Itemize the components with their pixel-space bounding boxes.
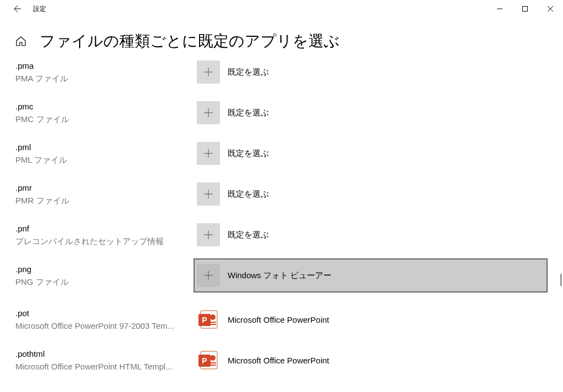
powerpoint-icon [197,308,220,331]
close-icon [548,6,553,12]
app-choice-button[interactable]: 既定を選ぶ [197,60,269,84]
file-info: .pngPNG ファイル [15,264,197,288]
file-info: .pmcPMC ファイル [15,101,197,125]
file-row: .pothtmlMicrosoft Office PowerPoint HTML… [15,349,548,374]
file-row: .pmlPML ファイル既定を選ぶ [15,142,548,167]
minimize-icon [497,6,503,12]
plus-icon [197,223,220,246]
file-extension: .png [15,264,197,275]
file-info: .pmaPMA ファイル [15,60,197,84]
arrow-left-icon [13,4,22,13]
svg-rect-1 [523,7,528,12]
file-description: PMC ファイル [15,113,197,125]
file-row: .pmcPMC ファイル既定を選ぶ [15,101,548,126]
plus-icon [197,183,220,206]
maximize-button[interactable] [512,0,538,18]
file-extension: .pothtml [15,349,197,360]
file-row: .pmrPMR ファイル既定を選ぶ [15,183,548,208]
file-extension: .pmr [15,183,197,194]
plus-icon [197,142,220,165]
file-info: .pnfプレコンパイルされたセットアップ情報 [15,223,197,247]
titlebar: 設定 [0,0,563,18]
file-description: PNG ファイル [15,276,197,288]
file-extension: .pma [15,60,197,71]
page-header: ファイルの種類ごとに既定のアプリを選ぶ [15,31,548,52]
home-icon[interactable] [15,36,26,47]
app-choice-button[interactable]: 既定を選ぶ [197,183,269,206]
window-title: 設定 [33,4,46,14]
app-label: 既定を選ぶ [228,230,269,240]
file-description: Microsoft Office PowerPoint HTML Templ..… [15,361,197,372]
file-description: PML ファイル [15,154,197,165]
file-row: .pmaPMA ファイル既定を選ぶ [15,60,548,86]
app-label: 既定を選ぶ [228,148,269,159]
file-description: プレコンパイルされたセットアップ情報 [15,235,197,247]
window-controls [487,0,563,18]
plus-icon [197,101,220,124]
scrollbar-thumb[interactable] [560,274,562,286]
file-extension: .pml [15,142,197,153]
app-choice-button[interactable]: 既定を選ぶ [197,101,269,124]
file-description: PMA ファイル [15,73,197,84]
app-choice-button[interactable]: 既定を選ぶ [197,223,269,246]
app-label: Microsoft Office PowerPoint [228,315,329,324]
file-info: .potMicrosoft Office PowerPoint 97-2003 … [15,308,197,332]
page-title: ファイルの種類ごとに既定のアプリを選ぶ [40,31,340,52]
powerpoint-icon [197,349,220,372]
app-choice-button[interactable]: Windows フォト ビューアー [194,258,548,292]
file-row: .pnfプレコンパイルされたセットアップ情報既定を選ぶ [15,223,548,249]
back-button[interactable] [4,0,31,18]
file-type-list: .pmaPMA ファイル既定を選ぶ.pmcPMC ファイル既定を選ぶ.pmlPM… [15,60,548,374]
app-choice-button[interactable]: Microsoft Office PowerPoint [197,349,329,372]
content-area: ファイルの種類ごとに既定のアプリを選ぶ .pmaPMA ファイル既定を選ぶ.pm… [0,18,563,374]
file-row: .potMicrosoft Office PowerPoint 97-2003 … [15,308,548,333]
plus-icon [197,264,220,287]
file-info: .pmlPML ファイル [15,142,197,165]
maximize-icon [522,6,528,12]
app-label: 既定を選ぶ [228,108,269,118]
app-label: Windows フォト ビューアー [228,270,332,281]
file-extension: .pmc [15,101,197,112]
file-extension: .pot [15,308,197,319]
minimize-button[interactable] [487,0,512,18]
app-choice-button[interactable]: 既定を選ぶ [197,142,269,165]
app-label: 既定を選ぶ [228,67,269,78]
app-label: Microsoft Office PowerPoint [228,356,329,365]
file-info: .pmrPMR ファイル [15,183,197,206]
file-description: Microsoft Office PowerPoint 97-2003 Tem.… [15,320,197,332]
file-description: PMR ファイル [15,195,197,206]
plus-icon [197,60,220,84]
file-info: .pothtmlMicrosoft Office PowerPoint HTML… [15,349,197,372]
app-choice-button[interactable]: Microsoft Office PowerPoint [197,308,329,331]
app-label: 既定を選ぶ [228,189,269,200]
file-extension: .pnf [15,223,197,234]
file-row: .pngPNG ファイルWindows フォト ビューアー [15,264,548,292]
close-button[interactable] [538,0,563,18]
